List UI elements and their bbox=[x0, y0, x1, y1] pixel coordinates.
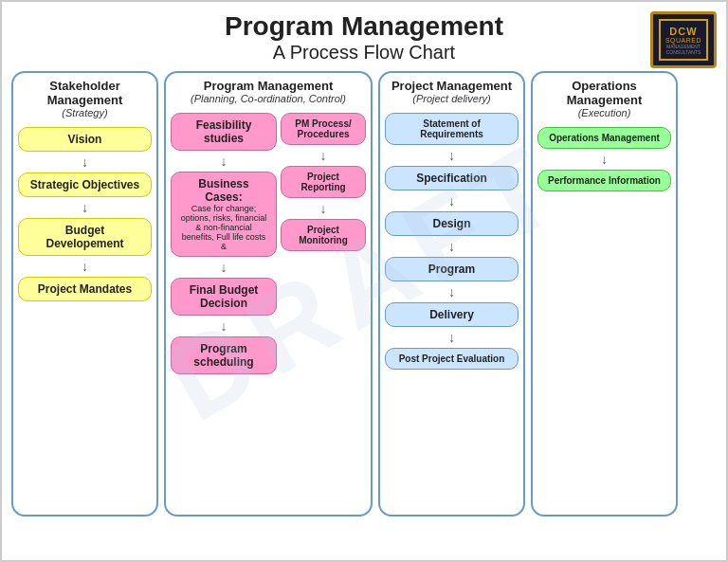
col-project: Project Management (Project delivery) St… bbox=[378, 71, 525, 517]
node-perf-info: Performance Information bbox=[537, 170, 671, 191]
node-mandates: Project Mandates bbox=[18, 277, 152, 301]
logo-dcw: DCW bbox=[669, 26, 697, 37]
col1-subtitle: (Strategy) bbox=[18, 107, 152, 118]
node-program-pm: Program bbox=[385, 257, 519, 281]
node-final-budget: Final Budget Decision bbox=[171, 278, 277, 316]
node-specification: Specification bbox=[385, 166, 519, 190]
logo: DCW SQUARED MANAGEMENT CONSULTANTS bbox=[650, 11, 717, 68]
col4-title: Operations Management bbox=[537, 79, 671, 107]
arrow-3: ↓ bbox=[82, 260, 88, 273]
col-operations: Operations Management (Execution) Operat… bbox=[531, 71, 678, 517]
col1-header: Stakeholder Management (Strategy) bbox=[18, 79, 152, 118]
arrow-o1: ↓ bbox=[601, 153, 608, 166]
col2-title: Program Management bbox=[191, 79, 346, 93]
arrow-f1: ↓ bbox=[221, 154, 228, 168]
main-title: Program Management bbox=[11, 11, 717, 42]
node-statement: Statement of Requirements bbox=[385, 113, 519, 145]
columns-container: Stakeholder Management (Strategy) Vision… bbox=[11, 71, 717, 517]
node-feasibility: Feasibility studies bbox=[171, 113, 277, 151]
header: Program Management A Process Flow Chart … bbox=[11, 11, 717, 63]
col2-subtitle: (Planning, Co-ordination, Control) bbox=[191, 93, 346, 104]
col1-title: Stakeholder Management bbox=[18, 79, 152, 107]
node-vision: Vision bbox=[18, 127, 152, 152]
col3-header: Project Management (Project delivery) bbox=[391, 79, 512, 104]
col2-right: PM Process/ Procedures ↓ Project Reporti… bbox=[281, 110, 366, 509]
arrow-p5: ↓ bbox=[448, 331, 455, 344]
arrow-f3: ↓ bbox=[221, 319, 228, 333]
logo-squared: SQUARED bbox=[665, 37, 701, 44]
arrow-1: ↓ bbox=[82, 155, 88, 169]
node-business-sub: Case for change; options, risks, financi… bbox=[178, 204, 269, 251]
arrow-p1: ↓ bbox=[448, 149, 455, 162]
node-delivery: Delivery bbox=[385, 302, 519, 327]
node-budget: Budget Developement bbox=[18, 218, 152, 256]
node-ops-mgmt: Operations Management bbox=[537, 127, 671, 149]
node-program-sched: Program scheduling bbox=[171, 336, 277, 374]
node-post-project: Post Project Evaluation bbox=[385, 348, 519, 370]
arrow-2: ↓ bbox=[82, 201, 88, 214]
node-project-reporting: Project Reporting bbox=[281, 166, 366, 198]
node-design: Design bbox=[385, 211, 519, 236]
col2-inner: Feasibility studies ↓ Business Cases: Ca… bbox=[171, 110, 366, 509]
col-program: Program Management (Planning, Co-ordinat… bbox=[164, 71, 373, 517]
col2-left: Feasibility studies ↓ Business Cases: Ca… bbox=[171, 110, 277, 509]
arrow-p4: ↓ bbox=[448, 285, 455, 299]
arrow-p3: ↓ bbox=[448, 240, 455, 253]
col3-subtitle: (Project delivery) bbox=[391, 93, 512, 104]
arrow-r2: ↓ bbox=[320, 202, 327, 215]
node-business: Business Cases: Case for change; options… bbox=[171, 172, 277, 257]
page: DRAFT Program Management A Process Flow … bbox=[0, 0, 728, 562]
logo-inner: DCW SQUARED MANAGEMENT CONSULTANTS bbox=[659, 19, 708, 61]
arrow-r1: ↓ bbox=[320, 149, 327, 162]
node-pm-process: PM Process/ Procedures bbox=[281, 113, 366, 145]
col-stakeholder: Stakeholder Management (Strategy) Vision… bbox=[11, 71, 158, 517]
node-strategic: Strategic Objectives bbox=[18, 172, 152, 197]
sub-title: A Process Flow Chart bbox=[11, 42, 717, 63]
logo-sub: MANAGEMENT CONSULTANTS bbox=[661, 44, 706, 55]
arrow-p2: ↓ bbox=[448, 194, 455, 208]
col4-subtitle: (Execution) bbox=[537, 107, 671, 118]
col2-header: Program Management (Planning, Co-ordinat… bbox=[191, 79, 346, 104]
col3-title: Project Management bbox=[391, 79, 512, 93]
arrow-f2: ↓ bbox=[221, 261, 228, 274]
col4-header: Operations Management (Execution) bbox=[537, 79, 671, 118]
node-project-monitoring: Project Monitoring bbox=[281, 219, 366, 251]
